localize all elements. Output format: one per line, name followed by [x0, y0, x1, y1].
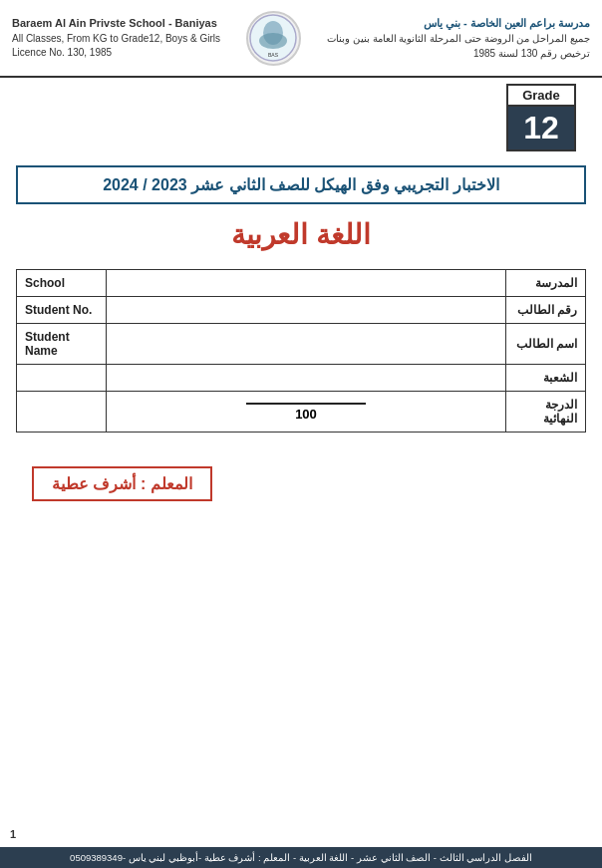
- value-school: [107, 270, 506, 297]
- teacher-label: المعلم : أشرف عطية: [52, 475, 192, 492]
- grade-label: Grade: [508, 86, 574, 107]
- value-studentname: [107, 324, 506, 365]
- page-number: 1: [10, 828, 16, 840]
- label-score-ar: الدرجة النهائية: [506, 392, 586, 433]
- table-row: Student Name اسم الطالب: [17, 324, 586, 365]
- label-school-en: School: [17, 270, 107, 297]
- page-header: Baraem Al Ain Privste School - Baniyas A…: [0, 0, 602, 78]
- school-name-en: Baraem Al Ain Privste School - Baniyas: [12, 16, 220, 31]
- teacher-box: المعلم : أشرف عطية: [32, 466, 212, 501]
- header-right: مدرسة براعم العين الخاصة - بني ياس جميع …: [327, 15, 590, 62]
- table-row: Student No. رقم الطالب: [17, 297, 586, 324]
- score-line: [246, 403, 366, 405]
- value-score: 100: [107, 392, 506, 433]
- grade-box: Grade 12: [506, 84, 576, 151]
- svg-point-2: [259, 33, 287, 49]
- label-score-en: [17, 392, 107, 433]
- title-bar: الاختبار التجريبي وفق الهيكل للصف الثاني…: [16, 165, 586, 204]
- header-left: Baraem Al Ain Privste School - Baniyas A…: [12, 16, 220, 59]
- table-row: الشعبة: [17, 365, 586, 392]
- title-bar-text: الاختبار التجريبي وفق الهيكل للصف الثاني…: [32, 175, 570, 194]
- school-logo: BAS: [246, 11, 301, 66]
- info-table-container: School المدرسة Student No. رقم الطالب St…: [16, 269, 586, 433]
- score-value: 100: [115, 407, 497, 422]
- label-class-en: [17, 365, 107, 392]
- school-sub1-en: All Classes, From KG to Grade12, Boys & …: [12, 32, 220, 46]
- value-studentno: [107, 297, 506, 324]
- school-name-ar: مدرسة براعم العين الخاصة - بني ياس: [327, 15, 590, 32]
- label-school-ar: المدرسة: [506, 270, 586, 297]
- label-studentname-en: Student Name: [17, 324, 107, 365]
- subject-title: اللغة العربية: [0, 218, 602, 251]
- footer: الفصل الدراسي الثالث - الصف الثاني عشر -…: [0, 847, 602, 868]
- school-sub2-ar: ترخيص رقم 130 لسنة 1985: [327, 46, 590, 61]
- label-studentname-ar: اسم الطالب: [506, 324, 586, 365]
- value-class: [107, 365, 506, 392]
- info-table: School المدرسة Student No. رقم الطالب St…: [16, 269, 586, 433]
- label-studentno-en: Student No.: [17, 297, 107, 324]
- school-sub1-ar: جميع المراحل من الروضة حتى المرحلة الثان…: [327, 31, 590, 46]
- footer-text: الفصل الدراسي الثالث - الصف الثاني عشر -…: [70, 852, 532, 863]
- logo-container: BAS: [243, 8, 303, 68]
- label-class-ar: الشعبة: [506, 365, 586, 392]
- school-sub2-en: Licence No. 130, 1985: [12, 46, 220, 60]
- table-row: School المدرسة: [17, 270, 586, 297]
- grade-number: 12: [508, 107, 574, 149]
- svg-text:BAS: BAS: [268, 52, 279, 58]
- table-row-score: 100 الدرجة النهائية: [17, 392, 586, 433]
- label-studentno-ar: رقم الطالب: [506, 297, 586, 324]
